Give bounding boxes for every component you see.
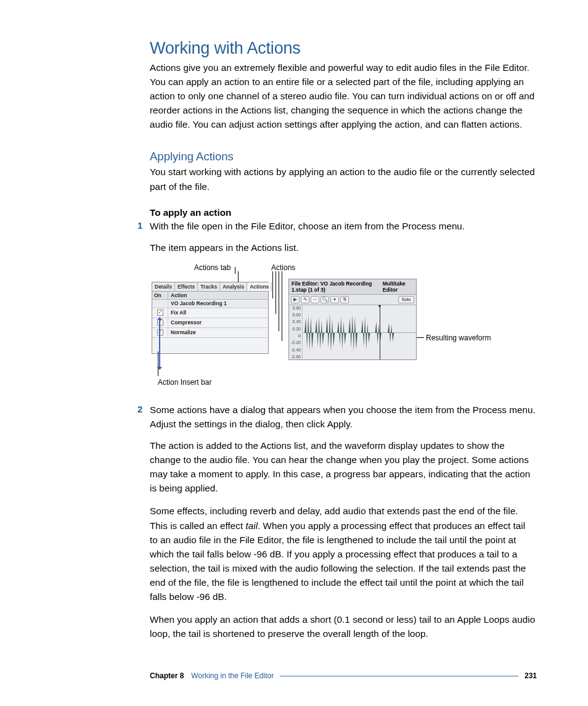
footer-page-number: 231 xyxy=(525,671,537,680)
step-1: 1 With the file open in the File Editor,… xyxy=(150,219,536,233)
action-label: Fix All xyxy=(168,310,268,316)
tool-zoom-icon[interactable]: 🔍 xyxy=(321,296,329,303)
figure-actions: Actions tab Actions Details Effects Trac… xyxy=(150,263,536,387)
tool-scrub-icon[interactable]: ▾ xyxy=(330,296,339,303)
action-label: VO Jacob Recording 1 xyxy=(168,300,268,306)
footer-chapter: Chapter 8 xyxy=(150,671,184,680)
action-row: Fix All xyxy=(152,308,268,318)
footer-title: Working in the File Editor xyxy=(191,671,274,680)
tool-link-icon[interactable]: ⇅ xyxy=(340,296,349,303)
tab-effects[interactable]: Effects xyxy=(175,282,198,291)
step-2-text: Some actions have a dialog that appears … xyxy=(150,404,536,429)
step-1-text: With the file open in the File Editor, c… xyxy=(150,221,465,231)
callout-actions-tab: Actions tab xyxy=(194,263,231,272)
action-row: Normalize xyxy=(152,328,268,338)
checkbox-icon[interactable] xyxy=(157,310,163,316)
tool-pointer-icon[interactable]: ▶ xyxy=(291,296,300,303)
tab-analysis[interactable]: Analysis xyxy=(220,282,247,291)
tool-hand-icon[interactable]: ↔ xyxy=(311,296,319,303)
tab-actions[interactable]: Actions xyxy=(247,282,272,291)
tool-pencil-icon[interactable]: ✎ xyxy=(301,296,309,303)
action-label: Compressor xyxy=(168,319,268,326)
col-header-on: On xyxy=(152,292,168,299)
task-heading: To apply an action xyxy=(150,207,536,218)
waveform-display[interactable] xyxy=(303,305,416,359)
callout-insert-bar: Action Insert bar xyxy=(158,378,211,387)
wave-scale: 0.80 0.60 0.40 0.20 0 -0.20 -0.40 -0.60 xyxy=(289,305,303,359)
wave-toolbar: ▶ ✎ ↔ 🔍 ▾ ⇅ Solo xyxy=(289,295,416,305)
step-2: 2 Some actions have a dialog that appear… xyxy=(150,403,536,431)
step-number: 2 xyxy=(137,403,142,417)
waveform-panel: File Editor: VO Jacob Recording 1.stap (… xyxy=(288,279,417,360)
subsection-heading: Applying Actions xyxy=(150,150,536,163)
actions-panel: Details Effects Tracks Analysis Actions … xyxy=(152,282,269,354)
panel-tabs: Details Effects Tracks Analysis Actions xyxy=(152,282,268,292)
action-row: Compressor xyxy=(152,318,268,328)
tab-tracks[interactable]: Tracks xyxy=(198,282,220,291)
playhead-icon[interactable] xyxy=(380,305,380,359)
waveform-icon xyxy=(303,305,416,359)
footer-rule xyxy=(280,676,518,676)
intro-paragraph: Actions give you an extremely flexible a… xyxy=(150,60,536,131)
section-heading: Working with Actions xyxy=(150,39,536,58)
step-1-result: The item appears in the Actions list. xyxy=(150,240,536,255)
page-footer: Chapter 8 Working in the File Editor 231 xyxy=(0,671,588,680)
action-row: VO Jacob Recording 1 xyxy=(152,300,268,308)
solo-button[interactable]: Solo xyxy=(398,296,414,303)
action-insert-bar-icon[interactable] xyxy=(159,319,160,367)
file-editor-title: File Editor: VO Jacob Recording 1.stap (… xyxy=(292,281,383,293)
paragraph-apple-loops: When you apply an action that adds a sho… xyxy=(150,612,536,641)
callout-resulting-waveform: Resulting waveform xyxy=(426,334,491,342)
tab-details[interactable]: Details xyxy=(152,282,175,291)
col-header-action: Action xyxy=(168,292,268,299)
subsection-intro: You start working with actions by applyi… xyxy=(150,165,536,193)
paragraph-effect-tail: Some effects, including reverb and delay… xyxy=(150,504,536,604)
action-label: Normalize xyxy=(168,329,268,335)
step-number: 1 xyxy=(137,219,142,233)
multitake-tab[interactable]: Multitake Editor xyxy=(383,281,414,293)
callout-actions: Actions xyxy=(271,263,295,272)
paragraph-action-added: The action is added to the Actions list,… xyxy=(150,438,536,495)
